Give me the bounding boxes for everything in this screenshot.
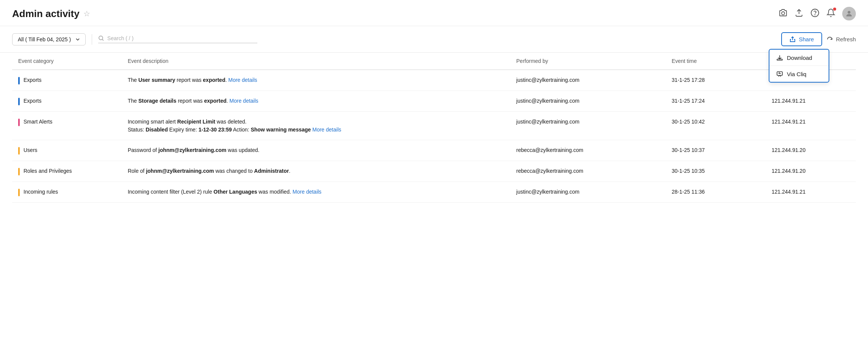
table-row: UsersPassword of johnm@zylkertraining.co… [12,140,856,161]
category-bar [18,189,20,196]
col-header-category: Event category [12,53,123,70]
star-icon[interactable]: ☆ [83,9,90,18]
svg-point-2 [815,14,815,15]
performed-by-cell: justinc@zylkertraining.com [512,112,667,140]
toolbar-right: Share Refresh Download [781,32,856,46]
download-label: Download [787,55,812,61]
category-cell: Roles and Privileges [12,161,123,182]
notification-icon[interactable] [826,8,835,19]
description-cell: The User summary report was exported. Mo… [123,70,512,91]
performed-by-cell: rebecca@zylkertraining.com [512,161,667,182]
camera-icon[interactable] [779,8,788,19]
svg-point-0 [782,12,785,15]
description-text: The Storage details report was exported.… [128,98,259,104]
header-left: Admin activity ☆ [12,8,90,20]
ip-address-cell: 121.244.91.20 [767,161,856,182]
share-dropdown: Download Via Cliq [769,49,829,83]
more-details-link[interactable]: More details [312,127,341,133]
table-container: Event category Event description Perform… [0,53,868,203]
svg-point-1 [811,9,819,17]
search-icon [98,35,104,41]
date-filter-dropdown[interactable]: All ( Till Feb 04, 2025 ) [12,33,86,45]
help-icon[interactable] [810,8,819,19]
category-label: Smart Alerts [24,118,52,126]
category-label: Roles and Privileges [24,167,72,175]
toolbar: All ( Till Feb 04, 2025 ) Search ( / ) S… [0,26,868,53]
date-filter-label: All ( Till Feb 04, 2025 ) [18,36,71,42]
toolbar-left: All ( Till Feb 04, 2025 ) Search ( / ) [12,33,257,45]
col-header-description: Event description [123,53,512,70]
notification-dot [833,8,836,11]
event-time-cell: 30-1-25 10:37 [667,140,767,161]
category-cell: Incoming rules [12,182,123,203]
upload-icon[interactable] [794,8,804,19]
share-label: Share [799,36,814,42]
description-cell: Role of johnm@zylkertraining.com was cha… [123,161,512,182]
ip-address-cell: 121.244.91.21 [767,182,856,203]
share-button[interactable]: Share [781,32,822,46]
category-bar [18,119,20,126]
performed-by-cell: justinc@zylkertraining.com [512,70,667,91]
avatar[interactable] [842,7,856,20]
category-bar [18,98,20,105]
search-placeholder: Search ( / ) [107,35,133,41]
refresh-label: Refresh [836,36,856,42]
svg-point-4 [99,36,103,40]
ip-address-cell: 121.244.91.20 [767,140,856,161]
event-time-cell: 28-1-25 11:36 [667,182,767,203]
description-cell: Incoming smart alert Recipient Limit was… [123,112,512,140]
via-cliq-label: Via Cliq [787,71,806,77]
category-cell: Smart Alerts [12,112,123,140]
via-cliq-option[interactable]: Via Cliq [769,66,829,82]
svg-point-3 [848,11,850,14]
refresh-icon [827,36,833,42]
more-details-link[interactable]: More details [293,189,321,195]
svg-rect-5 [777,59,782,60]
download-icon [776,54,783,61]
page-title: Admin activity [12,8,80,20]
table-row: Roles and PrivilegesRole of johnm@zylker… [12,161,856,182]
refresh-button[interactable]: Refresh [827,36,856,42]
description-text: Incoming content filter (Level 2) rule O… [128,189,321,195]
event-time-cell: 30-1-25 10:35 [667,161,767,182]
category-cell: Exports [12,70,123,91]
category-cell: Users [12,140,123,161]
performed-by-cell: justinc@zylkertraining.com [512,91,667,112]
description-text: The User summary report was exported. Mo… [128,77,257,83]
search-container[interactable]: Search ( / ) [98,35,257,43]
performed-by-cell: rebecca@zylkertraining.com [512,140,667,161]
more-details-link[interactable]: More details [229,98,258,104]
activity-table: Event category Event description Perform… [12,53,856,203]
category-bar [18,147,20,155]
category-label: Exports [24,97,41,105]
event-time-cell: 30-1-25 10:42 [667,112,767,140]
table-row: Incoming rulesIncoming content filter (L… [12,182,856,203]
category-cell: Exports [12,91,123,112]
table-row: ExportsThe Storage details report was ex… [12,91,856,112]
category-bar [18,168,20,175]
description-text: Incoming smart alert Recipient Limit was… [128,119,341,133]
share-icon [790,36,796,42]
event-time-cell: 31-1-25 17:28 [667,70,767,91]
category-label: Exports [24,76,41,84]
col-header-performed: Performed by [512,53,667,70]
ip-address-cell: 121.244.91.21 [767,91,856,112]
ip-address-cell: 121.244.91.21 [767,112,856,140]
table-row: ExportsThe User summary report was expor… [12,70,856,91]
header-right [779,7,856,20]
description-cell: Incoming content filter (Level 2) rule O… [123,182,512,203]
category-bar [18,77,20,84]
performed-by-cell: justinc@zylkertraining.com [512,182,667,203]
table-header-row: Event category Event description Perform… [12,53,856,70]
description-text: Password of johnm@zylkertraining.com was… [128,147,259,153]
col-header-time: Event time [667,53,767,70]
description-cell: Password of johnm@zylkertraining.com was… [123,140,512,161]
event-time-cell: 31-1-25 17:24 [667,91,767,112]
toolbar-divider [92,34,92,45]
category-label: Incoming rules [24,188,58,196]
description-cell: The Storage details report was exported.… [123,91,512,112]
more-details-link[interactable]: More details [228,77,257,83]
cliq-icon [776,70,783,77]
download-option[interactable]: Download [769,50,829,66]
header: Admin activity ☆ [0,0,868,26]
